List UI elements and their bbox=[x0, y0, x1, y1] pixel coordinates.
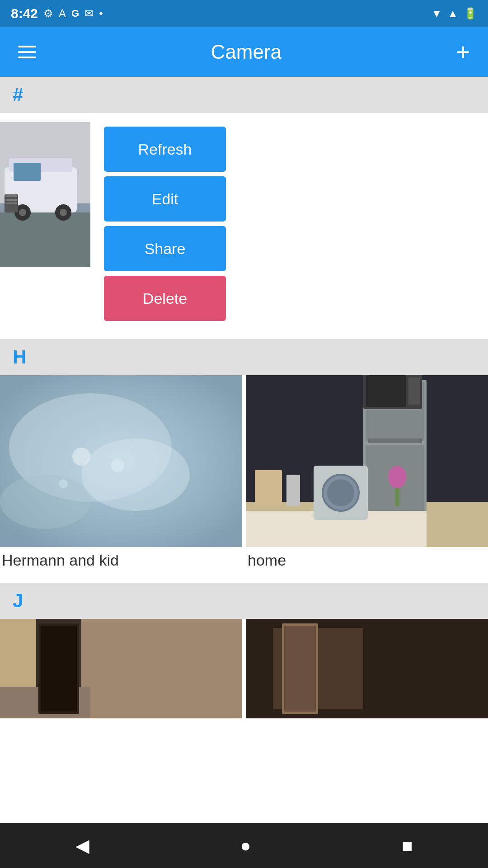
svg-point-9 bbox=[60, 209, 67, 216]
gmail-icon: ✉ bbox=[84, 7, 94, 20]
j2-thumbnail bbox=[246, 619, 488, 718]
section-letter-hash: # bbox=[13, 84, 23, 106]
add-button[interactable]: + bbox=[452, 40, 474, 64]
camera-grid-item-hermann[interactable]: Hermann and kid bbox=[0, 375, 244, 578]
svg-point-37 bbox=[388, 466, 406, 488]
font-icon: A bbox=[59, 7, 66, 20]
hamburger-button[interactable] bbox=[14, 41, 41, 63]
share-button[interactable]: Share bbox=[104, 226, 226, 271]
section-letter-j: J bbox=[13, 590, 23, 612]
j1-image bbox=[0, 619, 242, 718]
hamburger-line-1 bbox=[18, 46, 36, 47]
bottom-nav: ◀ ● ■ bbox=[0, 823, 488, 868]
svg-point-19 bbox=[72, 448, 90, 466]
battery-icon: 🔋 bbox=[464, 7, 477, 20]
camera-grid-item-home[interactable]: home bbox=[244, 375, 488, 578]
google-icon: G bbox=[71, 8, 79, 19]
status-right: ▼ ▲ 🔋 bbox=[431, 7, 477, 20]
j1-thumbnail bbox=[0, 619, 242, 718]
app-title: Camera bbox=[41, 41, 452, 63]
svg-rect-31 bbox=[408, 377, 420, 405]
home-button[interactable]: ● bbox=[222, 831, 269, 860]
van-image bbox=[0, 122, 90, 267]
svg-rect-45 bbox=[41, 626, 77, 712]
svg-point-17 bbox=[81, 439, 190, 511]
app-bar: Camera + bbox=[0, 27, 488, 77]
refresh-button[interactable]: Refresh bbox=[104, 127, 226, 172]
svg-rect-38 bbox=[255, 470, 282, 506]
back-button[interactable]: ◀ bbox=[57, 830, 108, 860]
j-camera-grid bbox=[0, 619, 488, 718]
camera-label-home: home bbox=[246, 547, 488, 569]
svg-rect-12 bbox=[5, 199, 17, 201]
svg-rect-28 bbox=[368, 439, 422, 443]
edit-button[interactable]: Edit bbox=[104, 176, 226, 222]
hamburger-line-2 bbox=[18, 51, 36, 53]
van-thumbnail[interactable] bbox=[0, 122, 90, 267]
section-header-hash: # bbox=[0, 77, 488, 113]
section-header-j: J bbox=[0, 583, 488, 619]
camera-grid-item-j1[interactable] bbox=[0, 619, 244, 718]
svg-point-7 bbox=[19, 209, 26, 216]
svg-point-35 bbox=[327, 479, 354, 506]
svg-rect-5 bbox=[14, 163, 41, 181]
signal-icon: ▲ bbox=[447, 7, 458, 20]
svg-point-18 bbox=[0, 475, 90, 529]
kitchen-image bbox=[246, 375, 488, 547]
camera-grid-item-j2[interactable] bbox=[244, 619, 488, 718]
action-buttons: Refresh Edit Share Delete bbox=[104, 122, 226, 321]
svg-point-20 bbox=[111, 459, 124, 472]
delete-button[interactable]: Delete bbox=[104, 276, 226, 321]
camera-item-row: Refresh Edit Share Delete bbox=[0, 113, 488, 330]
hamburger-line-3 bbox=[18, 57, 36, 58]
section-header-h: H bbox=[0, 339, 488, 375]
fog-image bbox=[0, 375, 242, 547]
svg-rect-13 bbox=[5, 203, 17, 204]
j2-image bbox=[246, 619, 488, 718]
wifi-icon: ▼ bbox=[431, 7, 442, 20]
status-time: 8:42 bbox=[11, 6, 38, 21]
section-letter-h: H bbox=[13, 346, 26, 368]
dot-icon: • bbox=[99, 7, 103, 20]
status-left: 8:42 ⚙ A G ✉ • bbox=[11, 6, 103, 21]
svg-rect-2 bbox=[0, 212, 90, 267]
svg-rect-49 bbox=[284, 626, 316, 712]
h-camera-grid: Hermann and kid bbox=[0, 375, 488, 578]
fog-thumbnail bbox=[0, 375, 242, 547]
svg-rect-11 bbox=[5, 195, 17, 197]
recents-button[interactable]: ■ bbox=[384, 831, 431, 860]
svg-rect-30 bbox=[366, 375, 406, 407]
status-bar: 8:42 ⚙ A G ✉ • ▼ ▲ 🔋 bbox=[0, 0, 488, 27]
svg-point-21 bbox=[59, 479, 68, 488]
camera-label-hermann: Hermann and kid bbox=[0, 547, 242, 569]
kitchen-thumbnail bbox=[246, 375, 488, 547]
svg-rect-39 bbox=[286, 475, 300, 506]
settings-icon: ⚙ bbox=[43, 7, 53, 20]
